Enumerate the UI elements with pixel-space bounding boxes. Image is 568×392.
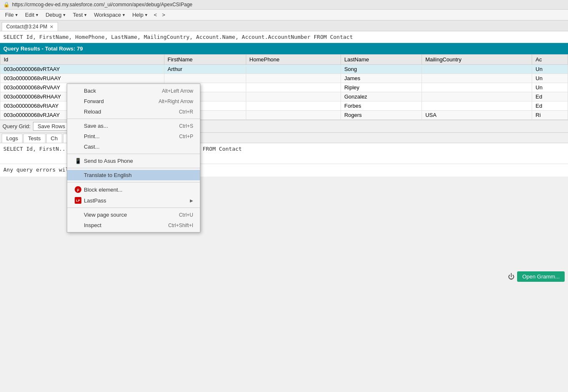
ctx-menu-item[interactable]: Save as...Ctrl+S bbox=[67, 121, 200, 131]
table-cell: Rogers bbox=[341, 111, 422, 120]
ctx-item-shortcut: Ctrl+U bbox=[179, 212, 193, 218]
file-arrow: ▼ bbox=[15, 13, 18, 17]
ctx-item-label: Save as... bbox=[84, 123, 108, 129]
ctx-menu-item[interactable]: BackAlt+Left Arrow bbox=[67, 86, 200, 96]
ctx-item-label: Forward bbox=[84, 98, 104, 104]
query-grid-label: Query Grid: bbox=[3, 123, 30, 129]
context-menu: BackAlt+Left ArrowForwardAlt+Right Arrow… bbox=[67, 83, 200, 233]
submenu-arrow-icon: ▶ bbox=[190, 198, 193, 203]
menu-test[interactable]: Test ▼ bbox=[69, 10, 91, 19]
edit-arrow: ▼ bbox=[35, 13, 39, 17]
ctx-item-label: Print... bbox=[84, 133, 100, 139]
table-cell: Song bbox=[341, 65, 422, 74]
table-cell: Forbes bbox=[341, 101, 422, 111]
nav-back[interactable]: < bbox=[151, 10, 160, 19]
table-cell bbox=[164, 74, 246, 83]
browser-titlebar: 🔒 https://crmcog-dev-ed.my.salesforce.co… bbox=[0, 0, 568, 10]
tab-bar: Contact@3:24 PM ✕ bbox=[0, 20, 568, 31]
tab-tests[interactable]: Tests bbox=[23, 134, 45, 143]
nav-forward[interactable]: > bbox=[159, 10, 168, 19]
table-cell: Un bbox=[532, 83, 568, 92]
table-cell: Gonzalez bbox=[341, 92, 422, 101]
menu-workspace[interactable]: Workspace ▼ bbox=[91, 10, 129, 19]
tab-close-icon[interactable]: ✕ bbox=[50, 24, 53, 30]
lock-icon: 🔒 bbox=[3, 2, 10, 8]
debug-arrow: ▼ bbox=[63, 13, 66, 17]
ctx-item-label: Inspect bbox=[84, 222, 101, 228]
menu-debug[interactable]: Debug ▼ bbox=[42, 10, 69, 19]
lastpass-icon: LP bbox=[74, 197, 82, 204]
table-cell: 003o00000068vRUAAY bbox=[0, 74, 164, 83]
ctx-menu-item[interactable]: Translate to English bbox=[67, 170, 200, 180]
col-ac: Ac bbox=[532, 55, 568, 65]
table-cell: Arthur bbox=[164, 65, 246, 74]
ctx-menu-item[interactable]: InspectCtrl+Shift+I bbox=[67, 220, 200, 230]
ctx-separator bbox=[67, 168, 200, 168]
ctx-separator bbox=[67, 182, 200, 182]
tab-label: Contact@3:24 PM bbox=[6, 24, 47, 30]
ctx-item-shortcut: Alt+Right Arrow bbox=[159, 99, 193, 104]
table-cell bbox=[422, 74, 532, 83]
ctx-item-label: Reload bbox=[84, 109, 101, 115]
col-mailingcountry: MailingCountry bbox=[422, 55, 532, 65]
ctx-menu-item[interactable]: 📱Send to Asus Phone bbox=[67, 156, 200, 166]
save-rows-button[interactable]: Save Rows bbox=[33, 122, 70, 131]
ublock-icon: μ bbox=[74, 186, 82, 193]
ctx-menu-item[interactable]: μBlock element... bbox=[67, 184, 200, 195]
table-cell bbox=[246, 111, 341, 120]
table-cell: James bbox=[341, 74, 422, 83]
ctx-menu-item[interactable]: ReloadCtrl+R bbox=[67, 106, 200, 117]
ctx-menu-item[interactable]: LPLastPass▶ bbox=[67, 195, 200, 206]
col-firstname: FirstName bbox=[164, 55, 246, 65]
table-cell: USA bbox=[422, 111, 532, 120]
ctx-menu-item[interactable]: Print...Ctrl+P bbox=[67, 131, 200, 142]
power-icon[interactable]: ⏻ bbox=[508, 273, 515, 281]
status-bar: ⏻ Open Gramm... bbox=[505, 270, 568, 283]
ctx-item-shortcut: Ctrl+R bbox=[179, 109, 193, 115]
help-arrow: ▼ bbox=[144, 13, 148, 17]
ctx-item-label: LastPass bbox=[84, 197, 106, 204]
table-cell: 003o00000068vRTAAY bbox=[0, 65, 164, 74]
ctx-item-label: Back bbox=[84, 88, 96, 94]
table-cell bbox=[422, 83, 532, 92]
send-icon: 📱 bbox=[74, 158, 82, 164]
menu-edit[interactable]: Edit ▼ bbox=[22, 10, 42, 19]
table-cell bbox=[246, 65, 341, 74]
query-bar: SELECT Id, FirstName, HomePhone, LastNam… bbox=[0, 31, 568, 43]
table-header-row: Id FirstName HomePhone LastName MailingC… bbox=[0, 55, 568, 65]
table-row[interactable]: 003o00000068vRTAAYArthurSongUn bbox=[0, 65, 568, 74]
ctx-item-shortcut: Alt+Left Arrow bbox=[162, 88, 193, 94]
ctx-item-label: View page source bbox=[84, 212, 127, 218]
col-homephone: HomePhone bbox=[246, 55, 341, 65]
table-cell: Un bbox=[532, 65, 568, 74]
tab-contact[interactable]: Contact@3:24 PM ✕ bbox=[2, 22, 58, 31]
ctx-item-label: Send to Asus Phone bbox=[84, 158, 133, 164]
tab-ch[interactable]: Ch bbox=[46, 134, 63, 143]
table-cell bbox=[246, 92, 341, 101]
table-cell bbox=[422, 65, 532, 74]
table-cell bbox=[422, 101, 532, 111]
ctx-separator bbox=[67, 207, 200, 208]
ctx-item-label: Block element... bbox=[84, 187, 123, 193]
tab-logs[interactable]: Logs bbox=[2, 134, 23, 143]
ctx-menu-item[interactable]: ForwardAlt+Right Arrow bbox=[67, 96, 200, 106]
results-header: Query Results - Total Rows: 79 bbox=[0, 43, 568, 54]
workspace-arrow: ▼ bbox=[122, 13, 126, 17]
col-id: Id bbox=[0, 55, 164, 65]
ctx-item-label: Translate to English bbox=[84, 172, 131, 178]
ctx-item-shortcut: Ctrl+S bbox=[179, 123, 193, 129]
browser-menubar: File ▼ Edit ▼ Debug ▼ Test ▼ Workspace ▼… bbox=[0, 10, 568, 20]
table-row[interactable]: 003o00000068vRUAAYJamesUn bbox=[0, 74, 568, 83]
menu-help[interactable]: Help ▼ bbox=[129, 10, 151, 19]
open-grammarly-button[interactable]: Open Gramm... bbox=[517, 271, 565, 282]
table-cell bbox=[246, 83, 341, 92]
ctx-menu-item[interactable]: Cast... bbox=[67, 142, 200, 152]
ctx-item-shortcut: Ctrl+P bbox=[179, 134, 193, 139]
menu-file[interactable]: File ▼ bbox=[2, 10, 22, 19]
browser-url: https://crmcog-dev-ed.my.salesforce.com/… bbox=[12, 2, 192, 8]
table-cell: Ed bbox=[532, 101, 568, 111]
table-cell: Ed bbox=[532, 92, 568, 101]
ctx-menu-item[interactable]: View page sourceCtrl+U bbox=[67, 210, 200, 220]
query-text: SELECT Id, FirstName, HomePhone, LastNam… bbox=[3, 34, 353, 40]
ctx-separator bbox=[67, 154, 200, 154]
